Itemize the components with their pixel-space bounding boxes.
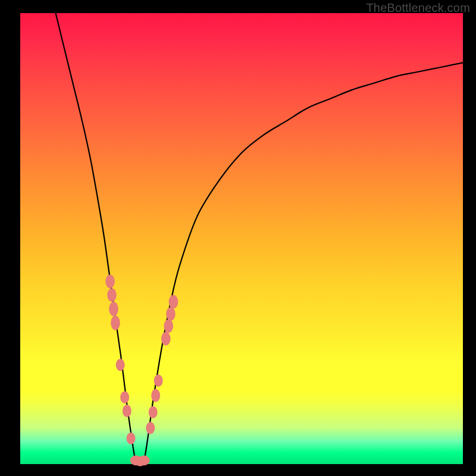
curve-marker <box>154 375 163 387</box>
curve-marker <box>105 275 115 289</box>
chart-frame: TheBottleneck.com <box>0 0 476 476</box>
curve-marker <box>161 332 171 346</box>
curve-marker <box>149 406 158 418</box>
curve-marker <box>127 433 136 444</box>
watermark-text: TheBottleneck.com <box>366 1 470 15</box>
curve-marker <box>111 316 120 330</box>
curve-svg <box>20 13 463 464</box>
plot-area <box>20 13 463 464</box>
curve-marker <box>164 320 173 333</box>
curve-marker <box>146 422 155 434</box>
curve-marker <box>166 307 176 321</box>
curve-marker <box>123 405 131 417</box>
curve-marker <box>151 389 160 402</box>
curve-marker <box>139 456 150 466</box>
curve-marker <box>107 288 117 302</box>
curve-marker <box>116 359 125 371</box>
curve-marker <box>109 302 118 316</box>
curve-marker <box>120 392 129 403</box>
markers <box>105 275 178 466</box>
curve-marker <box>169 295 178 309</box>
bottleneck-curve <box>56 13 463 464</box>
